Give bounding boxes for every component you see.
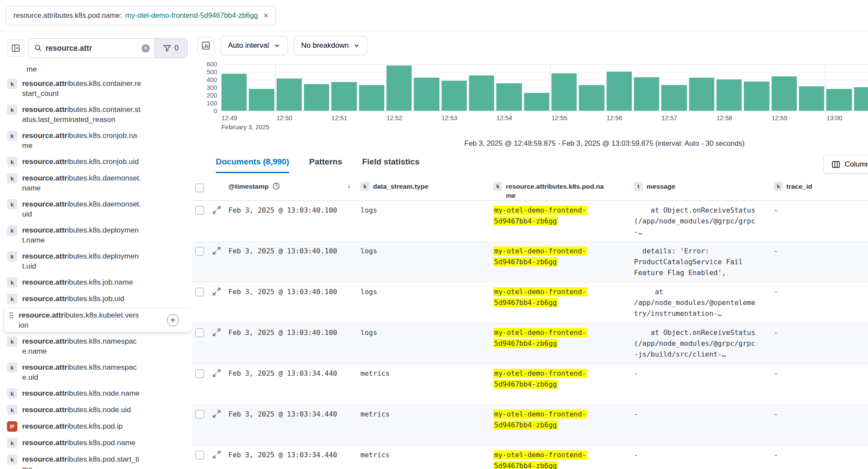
field-type-badge: k	[7, 251, 17, 262]
field-list-item[interactable]: k resource.attributes.k8s.cronjob.uid	[4, 155, 192, 169]
field-list-item[interactable]: k resource.attributes.k8s.pod.name	[4, 436, 192, 450]
pod-name-cell: my-otel-demo-frontend-5d9467bb4-zb6gg	[493, 201, 634, 241]
row-checkbox[interactable]	[195, 288, 204, 296]
row-checkbox[interactable]	[195, 451, 204, 459]
column-header-pod-name[interactable]: k resource.attributes.k8s.pod.name	[493, 178, 634, 200]
histogram-bar[interactable]	[551, 73, 577, 111]
data-stream-type-cell: metrics	[360, 364, 493, 404]
field-list-item[interactable]: k resource.attributes.k8s.container.rest…	[4, 77, 192, 100]
pod-name-highlight: my-otel-demo-frontend-5d9467bb4-zb6gg	[493, 287, 587, 307]
field-list-item[interactable]: k resource.attributes.k8s.container.stat…	[4, 103, 192, 126]
data-stream-type-cell: metrics	[360, 405, 493, 445]
trace-id-cell: -	[774, 323, 868, 364]
message-cell: -	[634, 446, 756, 469]
field-search-input[interactable]	[46, 44, 142, 53]
text-type-badge: t	[634, 182, 643, 191]
field-list-item[interactable]: k resource.attributes.k8s.namespace.name	[4, 335, 192, 358]
field-list-item[interactable]: k resource.attributes.k8s.deployment.uid	[4, 249, 192, 273]
histogram-bar[interactable]	[304, 84, 329, 111]
field-type-badge: IP	[7, 421, 17, 432]
row-checkbox[interactable]	[195, 410, 204, 419]
clear-search-icon[interactable]: ✕	[142, 44, 150, 52]
field-list-item[interactable]: k resource.attributes.k8s.daemonset.uid	[4, 197, 192, 221]
histogram-bar[interactable]	[579, 85, 604, 111]
field-filter-button[interactable]: 0	[154, 39, 187, 58]
field-list-item[interactable]: k resource.attributes.k8s.job.uid	[4, 292, 192, 306]
row-checkbox[interactable]	[195, 247, 204, 256]
filter-pill-value: my-otel-demo-frontend-5d9467bb4-zb6gg	[125, 11, 257, 20]
histogram-bar[interactable]	[854, 87, 868, 111]
tab-field-statistics[interactable]: Field statistics	[362, 157, 419, 173]
histogram-bar[interactable]	[634, 77, 659, 111]
chart-options-button[interactable]	[197, 37, 215, 54]
expand-row-icon[interactable]	[213, 369, 221, 377]
x-axis: 12:4912:5012:5112:5212:5312:5412:5512:56…	[221, 115, 868, 134]
sort-descending-icon[interactable]: ↓	[347, 182, 351, 190]
field-name: resource.attributes.k8s.container.status…	[22, 105, 142, 125]
data-stream-type-cell: logs	[360, 323, 493, 364]
interval-dropdown[interactable]: Auto interval	[221, 36, 288, 55]
field-list-item[interactable]: k resource.attributes.k8s.job.name	[4, 275, 192, 289]
add-field-button[interactable]: +	[167, 314, 179, 326]
histogram-bar[interactable]	[359, 85, 384, 111]
collapse-sidebar-button[interactable]	[7, 39, 24, 57]
remove-filter-icon[interactable]: ✕	[263, 12, 269, 20]
message-cell: -	[634, 364, 756, 404]
field-list-item[interactable]: k resource.attributes.k8s.cronjob.name	[4, 129, 192, 152]
column-header-data-stream-type[interactable]: k data_stream.type	[360, 178, 493, 200]
histogram-bar[interactable]	[249, 89, 274, 111]
histogram-bar[interactable]	[331, 82, 356, 111]
tab-patterns[interactable]: Patterns	[309, 157, 342, 173]
expand-row-icon[interactable]	[213, 206, 221, 214]
expand-row-icon[interactable]	[213, 328, 221, 336]
expand-row-icon[interactable]	[213, 451, 221, 459]
histogram-bar[interactable]	[277, 79, 302, 111]
histogram-bar[interactable]	[607, 72, 632, 111]
histogram-bar[interactable]	[524, 93, 549, 111]
histogram-bar[interactable]	[414, 78, 439, 111]
column-header-message[interactable]: t message	[634, 178, 774, 200]
column-header-timestamp[interactable]: @timestamp ↓	[228, 178, 360, 200]
select-all-checkbox[interactable]	[195, 184, 204, 192]
x-axis-label: 13:00	[826, 115, 842, 121]
column-header-trace-id[interactable]: k trace_id	[774, 178, 868, 200]
row-checkbox[interactable]	[195, 328, 204, 337]
row-checkbox[interactable]	[195, 369, 204, 378]
histogram-bar[interactable]	[661, 85, 686, 111]
field-list-item[interactable]: k resource.attributes.k8s.deployment.nam…	[4, 223, 192, 247]
field-list-item[interactable]: k resource.attributes.k8s.daemonset.name	[4, 171, 192, 195]
histogram-bar[interactable]	[469, 75, 494, 111]
expand-row-icon[interactable]	[213, 410, 221, 418]
histogram-bar[interactable]	[716, 79, 742, 111]
expand-row-icon[interactable]	[213, 288, 221, 295]
columns-button[interactable]: Columns	[823, 155, 868, 174]
histogram-bar[interactable]	[442, 81, 467, 111]
field-name: resource.attributes.k8s.job.name	[22, 277, 142, 287]
field-type-badge: k	[7, 173, 17, 184]
histogram-bar[interactable]	[221, 74, 247, 111]
histogram-bar[interactable]	[826, 89, 851, 111]
field-list-item-hovered[interactable]: resource.attributes.k8s.kubelet.version …	[4, 308, 192, 332]
histogram-bar[interactable]	[689, 78, 714, 111]
expand-row-icon[interactable]	[213, 247, 221, 255]
field-list-item[interactable]: k resource.attributes.k8s.node.name	[4, 387, 192, 400]
histogram-bar[interactable]	[772, 76, 797, 111]
trace-id-cell: -	[774, 282, 868, 323]
field-name: resource.attributes.k8s.container.restar…	[22, 79, 142, 98]
histogram-bar[interactable]	[799, 86, 824, 111]
row-checkbox[interactable]	[195, 206, 204, 215]
histogram-bar[interactable]	[496, 83, 521, 111]
y-axis-label: 400	[207, 76, 217, 84]
breakdown-dropdown[interactable]: No breakdown	[294, 36, 368, 55]
histogram-bar[interactable]	[744, 82, 769, 111]
field-list-item[interactable]: k resource.attributes.k8s.namespace.uid	[4, 361, 192, 384]
histogram-bar[interactable]	[386, 66, 412, 111]
field-name: resource.attributes.k8s.node.uid	[22, 405, 142, 415]
field-name: resource.attributes.k8s.daemonset.uid	[22, 199, 142, 219]
field-list-item[interactable]: k resource.attributes.k8s.pod.start_time	[4, 453, 192, 469]
filter-pill[interactable]: resource.attributes.k8s.pod.name: my-ote…	[6, 6, 276, 25]
tab-documents[interactable]: Documents (8,990)	[216, 157, 289, 173]
field-list-item[interactable]: IP resource.attributes.k8s.pod.ip	[4, 420, 192, 433]
drag-handle-icon[interactable]	[9, 312, 14, 319]
field-list-item[interactable]: k resource.attributes.k8s.node.uid	[4, 403, 192, 417]
